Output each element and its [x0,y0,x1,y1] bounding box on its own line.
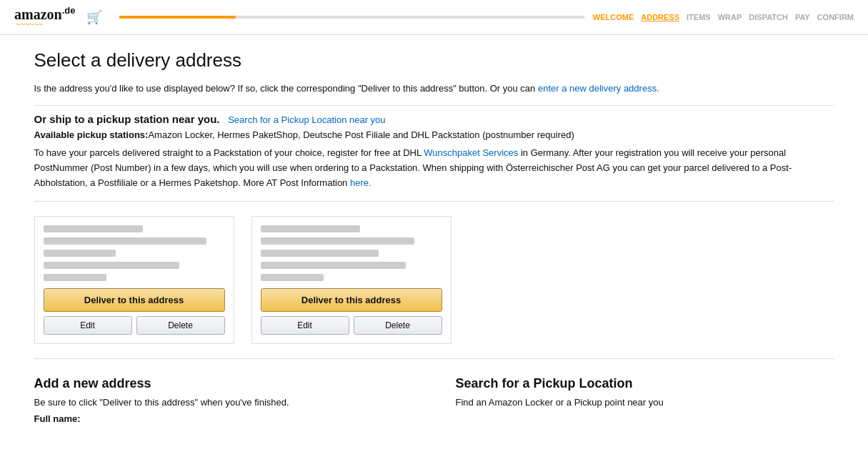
pickup-description: To have your parcels delivered straight … [34,146,834,190]
new-address-link[interactable]: enter a new delivery address. [538,83,659,94]
bottom-grid: Add a new address Be sure to click "Deli… [34,376,834,424]
address-card-1: Deliver to this address Edit Delete [34,216,234,344]
pickup-search-link[interactable]: Search for a Pickup Location near you [228,114,385,125]
header: amazon.de ~~~~~~ 🛒 WELCOME ADDRESS ITEMS… [0,0,868,35]
amazon-logo: amazon.de ~~~~~~ [14,6,75,29]
pickup-stations: Available pickup stations:Amazon Locker,… [34,129,834,140]
divider-1 [34,105,834,106]
deliver-btn-1[interactable]: Deliver to this address [44,288,225,312]
pickup-title: Or ship to a pickup station near you. [34,113,220,125]
deliver-btn-2[interactable]: Deliver to this address [261,288,442,312]
divider-2 [34,201,834,202]
pickup-search-desc: Find an Amazon Locker or a Pickup point … [456,397,834,408]
progress-fill [119,16,236,19]
step-items: ITEMS [687,13,711,21]
progress-container [119,16,584,19]
page-title: Select a delivery address [34,49,834,72]
address-grid: Deliver to this address Edit Delete Deli… [34,216,834,344]
cart-icon[interactable]: 🛒 [86,9,102,25]
address-blurred-2 [261,225,442,281]
add-address-desc: Be sure to click "Deliver to this addres… [34,397,413,408]
wunschpaket-link[interactable]: Wunschpaket Services [424,147,518,158]
checkout-steps: WELCOME ADDRESS ITEMS WRAP DISPATCH PAY … [593,13,854,21]
add-address-title: Add a new address [34,376,413,391]
edit-btn-2[interactable]: Edit [261,316,349,335]
full-name-field-label: Full name: [34,413,413,424]
step-confirm: CONFIRM [817,13,854,21]
card-2-actions: Edit Delete [261,316,442,335]
here-link[interactable]: here. [350,177,371,188]
step-dispatch: DISPATCH [749,13,788,21]
edit-btn-1[interactable]: Edit [44,316,132,335]
step-wrap: WRAP [718,13,742,21]
pickup-section: Or ship to a pickup station near you. Se… [34,113,834,190]
add-address-section: Add a new address Be sure to click "Deli… [34,376,413,424]
pickup-search-section: Search for a Pickup Location Find an Ama… [456,376,834,424]
main-content: Select a delivery address Is the address… [20,35,849,438]
card-1-actions: Edit Delete [44,316,225,335]
address-card-2: Deliver to this address Edit Delete [251,216,452,344]
step-address: ADDRESS [641,13,679,21]
pickup-search-title: Search for a Pickup Location [456,376,834,391]
step-welcome: WELCOME [593,13,634,21]
address-blurred-1 [44,225,225,281]
delete-btn-2[interactable]: Delete [354,316,442,335]
divider-3 [34,358,834,359]
intro-text: Is the address you'd like to use display… [34,82,834,96]
step-pay: PAY [795,13,810,21]
delete-btn-1[interactable]: Delete [136,316,225,335]
